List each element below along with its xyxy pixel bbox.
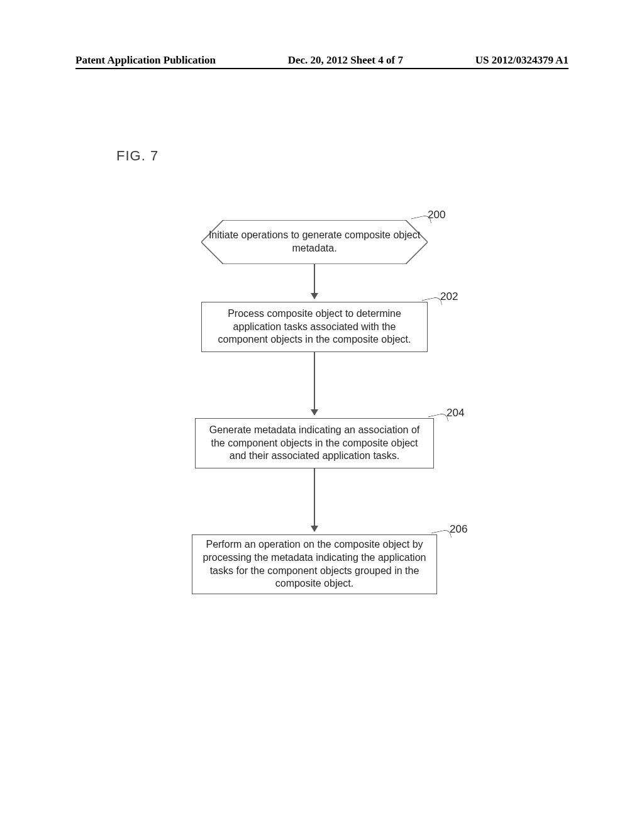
ref-204: 204 (447, 407, 464, 419)
arrow-204-206 (314, 468, 315, 531)
callout-204 (428, 412, 448, 425)
page-header: Patent Application Publication Dec. 20, … (75, 54, 569, 67)
flowchart-node-202-text: Process composite object to determine ap… (208, 307, 421, 346)
header-center: Dec. 20, 2012 Sheet 4 of 7 (288, 54, 403, 67)
flowchart-node-206: Perform an operation on the composite ob… (192, 534, 437, 594)
flowchart-node-204-text: Generate metadata indicating an associat… (202, 424, 427, 463)
arrow-200-202 (314, 264, 315, 299)
callout-202 (422, 296, 442, 309)
flowchart-node-202: Process composite object to determine ap… (201, 302, 428, 352)
callout-206 (431, 529, 452, 541)
header-right: US 2012/0324379 A1 (475, 54, 569, 67)
flowchart-node-206-text: Perform an operation on the composite ob… (199, 538, 430, 590)
flowchart-node-200-text: Initiate operations to generate composit… (208, 229, 421, 255)
flowchart-node-204: Generate metadata indicating an associat… (195, 418, 434, 468)
arrow-202-204 (314, 352, 315, 415)
figure-label: FIG. 7 (116, 148, 158, 164)
ref-206: 206 (450, 523, 467, 536)
ref-202: 202 (440, 290, 458, 303)
header-rule (75, 68, 569, 69)
header-left: Patent Application Publication (75, 54, 216, 67)
flowchart-node-200: Initiate operations to generate composit… (201, 220, 428, 264)
callout-200 (411, 214, 431, 227)
